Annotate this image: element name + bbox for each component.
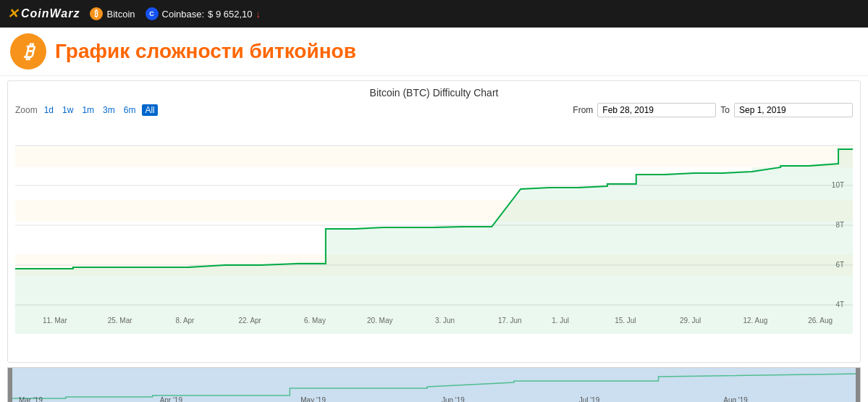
svg-text:May '19: May '19 xyxy=(300,396,326,402)
logo-x-icon: ✕ xyxy=(7,6,18,22)
logo-text: CoinWarz xyxy=(21,7,80,20)
bitcoin-icon: ₿ xyxy=(90,7,103,20)
svg-text:3. Jun: 3. Jun xyxy=(435,317,455,324)
zoom-label: Zoom xyxy=(15,105,38,115)
zoom-all[interactable]: All xyxy=(142,104,157,116)
zoom-3m[interactable]: 3m xyxy=(101,104,117,116)
from-date-input[interactable] xyxy=(597,103,716,117)
zoom-controls: Zoom 1d 1w 1m 3m 6m All xyxy=(15,104,158,116)
svg-text:1. Jul: 1. Jul xyxy=(552,317,569,324)
svg-text:8. Apr: 8. Apr xyxy=(175,317,195,324)
svg-rect-28 xyxy=(8,368,12,402)
date-range: From To xyxy=(573,103,853,117)
svg-text:Jun '19: Jun '19 xyxy=(442,396,465,402)
nav-coinbase[interactable]: C Coinbase: $ 9 652,10 ↓ xyxy=(146,7,261,20)
page-title: График сложности биткойнов xyxy=(55,40,356,63)
svg-text:20. May: 20. May xyxy=(367,317,392,324)
svg-text:26. Aug: 26. Aug xyxy=(808,317,833,324)
svg-text:11. Mar: 11. Mar xyxy=(43,317,67,324)
svg-text:22. Apr: 22. Apr xyxy=(238,317,261,324)
svg-text:17. Jun: 17. Jun xyxy=(498,317,522,324)
nav-bitcoin[interactable]: ₿ Bitcoin xyxy=(90,7,135,20)
chart-svg: 10T 8T 6T 4T 11. Mar 25. Mar 8. Apr 22. … xyxy=(15,120,853,334)
from-label: From xyxy=(573,105,593,115)
svg-text:15. Jul: 15. Jul xyxy=(615,317,636,324)
nav-coinbase-label: Coinbase: xyxy=(162,9,205,20)
logo[interactable]: ✕ CoinWarz xyxy=(7,6,80,22)
svg-text:Aug '19: Aug '19 xyxy=(723,396,748,402)
zoom-1w[interactable]: 1w xyxy=(60,104,75,116)
svg-text:25. Mar: 25. Mar xyxy=(108,317,132,324)
svg-rect-3 xyxy=(15,146,853,167)
chart-svg-wrapper: 10T 8T 6T 4T 11. Mar 25. Mar 8. Apr 22. … xyxy=(15,120,853,334)
to-label: To xyxy=(720,105,730,115)
chart-area: Bitcoin (BTC) Difficulty Chart Zoom 1d 1… xyxy=(7,80,861,363)
zoom-6m[interactable]: 6m xyxy=(122,104,138,116)
svg-text:12. Aug: 12. Aug xyxy=(743,317,767,324)
svg-text:Jul '19: Jul '19 xyxy=(579,396,600,402)
mini-navigator[interactable]: Mar '19 Apr '19 May '19 Jun '19 Jul '19 … xyxy=(7,367,861,402)
zoom-1m[interactable]: 1m xyxy=(80,104,96,116)
svg-text:Mar '19: Mar '19 xyxy=(19,396,43,402)
zoom-1d[interactable]: 1d xyxy=(42,104,56,116)
svg-rect-29 xyxy=(856,368,860,402)
coinbase-icon: C xyxy=(146,7,159,20)
mini-nav-svg: Mar '19 Apr '19 May '19 Jun '19 Jul '19 … xyxy=(8,368,860,402)
header: ✕ CoinWarz ₿ Bitcoin C Coinbase: $ 9 652… xyxy=(0,0,868,28)
to-date-input[interactable] xyxy=(734,103,853,117)
chart-title: Bitcoin (BTC) Difficulty Chart xyxy=(15,87,853,99)
bitcoin-logo-icon: ₿ xyxy=(10,33,46,70)
nav-bitcoin-label: Bitcoin xyxy=(106,9,135,20)
chart-controls: Zoom 1d 1w 1m 3m 6m All From To xyxy=(15,103,853,117)
svg-text:Apr '19: Apr '19 xyxy=(160,396,183,402)
nav-price: $ 9 652,10 xyxy=(208,9,252,20)
svg-text:29. Jul: 29. Jul xyxy=(680,317,701,324)
price-arrow-icon: ↓ xyxy=(256,9,261,20)
svg-text:6. May: 6. May xyxy=(304,317,326,324)
title-area: ₿ График сложности биткойнов xyxy=(0,28,868,76)
